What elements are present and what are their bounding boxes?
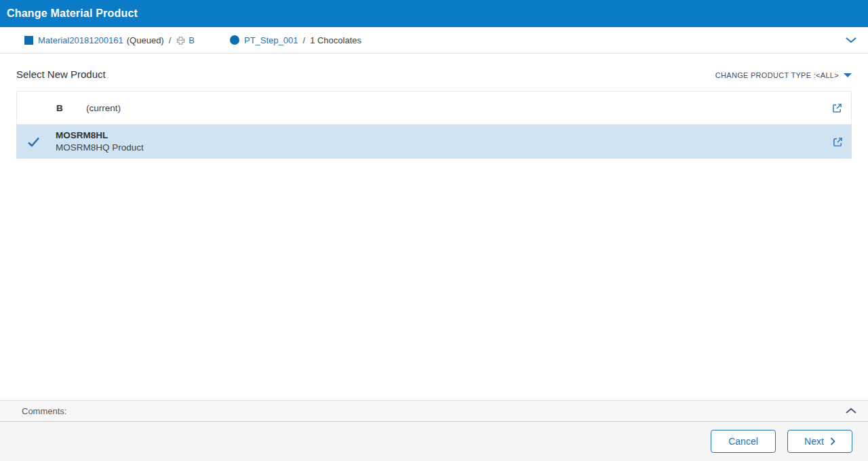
main-header-row: Select New Product CHANGE PRODUCT TYPE :… bbox=[16, 68, 852, 80]
open-product-details-button[interactable] bbox=[833, 137, 843, 147]
page-title: Select New Product bbox=[16, 68, 106, 80]
external-link-icon bbox=[833, 137, 843, 147]
dialog-title: Change Material Product bbox=[7, 7, 138, 20]
cancel-button[interactable]: Cancel bbox=[711, 430, 776, 453]
comments-label: Comments: bbox=[22, 406, 66, 416]
product-description: MOSRM8HQ Product bbox=[56, 142, 144, 154]
step-circle-icon bbox=[230, 35, 239, 45]
breadcrumb-material-group: Material20181200161 (Queued) / B bbox=[24, 35, 195, 45]
cancel-button-label: Cancel bbox=[728, 436, 758, 447]
product-row-current[interactable]: B (current) bbox=[16, 91, 852, 125]
breadcrumb-material-status: (Queued) bbox=[127, 35, 164, 45]
breadcrumb-step-group: PT_Step_001 / 1 Chocolates bbox=[230, 35, 361, 45]
product-row-selected[interactable]: MOSRM8HL MOSRM8HQ Product bbox=[16, 125, 852, 159]
breadcrumb-step-link[interactable]: PT_Step_001 bbox=[244, 35, 298, 45]
product-name: MOSRM8HL bbox=[56, 129, 144, 142]
material-square-icon bbox=[24, 36, 33, 45]
open-product-details-button[interactable] bbox=[832, 103, 842, 113]
dialog-footer: Cancel Next bbox=[0, 422, 868, 461]
next-button[interactable]: Next bbox=[787, 430, 852, 453]
product-name: B bbox=[56, 103, 86, 113]
breadcrumb-separator: / bbox=[303, 35, 306, 45]
chevron-right-icon bbox=[830, 437, 835, 445]
breadcrumb: Material20181200161 (Queued) / B PT_Step… bbox=[0, 27, 868, 54]
check-column bbox=[27, 136, 56, 148]
main-content: Select New Product CHANGE PRODUCT TYPE :… bbox=[0, 54, 868, 400]
breadcrumb-sub-link[interactable]: B bbox=[189, 35, 195, 45]
comments-bar: Comments: bbox=[0, 400, 868, 422]
product-current-note: (current) bbox=[86, 103, 121, 113]
change-product-type-label: CHANGE PRODUCT TYPE :<ALL> bbox=[715, 71, 839, 79]
pallet-plus-icon bbox=[176, 35, 186, 45]
chevron-up-icon bbox=[845, 407, 857, 415]
change-product-type-dropdown[interactable]: CHANGE PRODUCT TYPE :<ALL> bbox=[715, 71, 852, 80]
next-button-label: Next bbox=[804, 436, 824, 447]
caret-down-icon bbox=[844, 73, 852, 77]
dialog-title-bar: Change Material Product bbox=[0, 0, 868, 27]
chevron-down-icon bbox=[845, 36, 857, 44]
checkmark-icon bbox=[27, 136, 40, 148]
breadcrumb-step-detail: 1 Chocolates bbox=[310, 35, 361, 45]
comments-expand-button[interactable] bbox=[845, 407, 857, 415]
product-name-block: MOSRM8HL MOSRM8HQ Product bbox=[56, 129, 144, 154]
breadcrumb-separator: / bbox=[169, 35, 172, 45]
breadcrumb-collapse-button[interactable] bbox=[845, 36, 857, 44]
external-link-icon bbox=[832, 103, 842, 113]
breadcrumb-material-link[interactable]: Material20181200161 bbox=[38, 35, 123, 45]
product-list: B (current) bbox=[16, 91, 852, 159]
